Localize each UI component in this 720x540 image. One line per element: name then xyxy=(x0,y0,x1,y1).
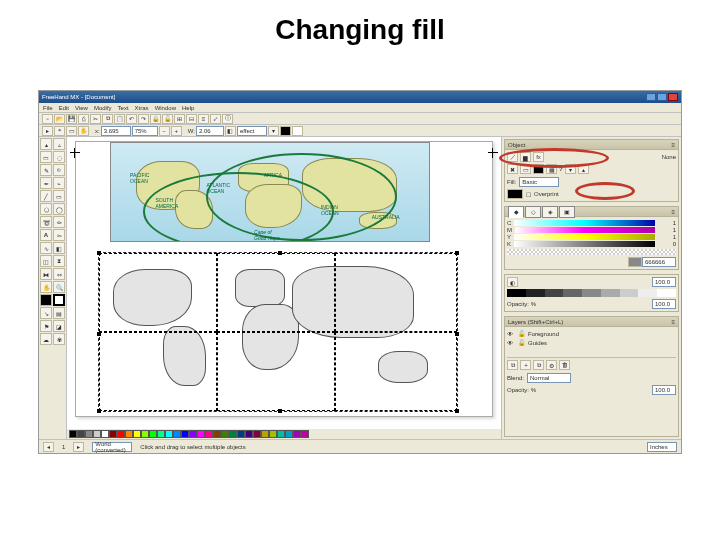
perspective-tool[interactable]: ◫ xyxy=(40,255,52,267)
layer-new-button[interactable]: ＋ xyxy=(520,360,531,370)
move-down-button[interactable]: ▾ xyxy=(565,164,576,174)
rect-tool[interactable]: ▭ xyxy=(53,190,65,202)
palette-swatch[interactable] xyxy=(133,430,141,438)
selection-handle[interactable] xyxy=(97,251,101,255)
subselect-tool[interactable]: ▵ xyxy=(53,138,65,150)
swatch-b-icon[interactable] xyxy=(292,126,303,136)
palette-swatch[interactable] xyxy=(125,430,133,438)
hex-input[interactable]: 666666 xyxy=(642,257,676,267)
line-tool[interactable]: ╱ xyxy=(40,190,52,202)
palette-swatch[interactable] xyxy=(261,430,269,438)
extrude-tool[interactable]: ◪ xyxy=(53,320,65,332)
selection-handle[interactable] xyxy=(278,409,282,413)
question-icon[interactable]: ? xyxy=(559,166,563,172)
menu-file[interactable]: File xyxy=(43,105,53,111)
open-button[interactable]: 📂 xyxy=(54,114,65,124)
mixer-tab-hls[interactable]: ◈ xyxy=(542,206,558,218)
layer-options-button[interactable]: ⚙ xyxy=(546,360,557,370)
menu-window[interactable]: Window xyxy=(155,105,176,111)
cut-button[interactable]: ✂ xyxy=(90,114,101,124)
palette-swatch[interactable] xyxy=(285,430,293,438)
y-value[interactable]: 1 xyxy=(658,234,676,240)
palette-swatch[interactable] xyxy=(253,430,261,438)
fill-color-swatch[interactable] xyxy=(507,189,523,199)
k-value[interactable]: 0 xyxy=(658,241,676,247)
lock-icon[interactable]: 🔓 xyxy=(518,339,525,346)
menu-edit[interactable]: Edit xyxy=(59,105,69,111)
mixer-tab-cmyk[interactable]: ◆ xyxy=(508,206,524,218)
lock-icon[interactable]: 🔓 xyxy=(518,330,525,337)
knife-tool[interactable]: ✂ xyxy=(53,229,65,241)
palette-swatch[interactable] xyxy=(189,430,197,438)
layer-opacity-value[interactable]: 100.0 xyxy=(652,385,676,395)
window-close-button[interactable] xyxy=(668,93,678,101)
undo-button[interactable]: ↶ xyxy=(126,114,137,124)
units-select[interactable]: Inches xyxy=(647,442,677,452)
opacity-value[interactable]: 100.0 xyxy=(652,299,676,309)
hand-icon[interactable]: ✋ xyxy=(78,126,89,136)
selection-handle[interactable] xyxy=(455,251,459,255)
add-effect-button[interactable]: fx xyxy=(533,152,544,162)
m-slider[interactable] xyxy=(515,227,655,233)
panel-menu-icon[interactable]: ≡ xyxy=(671,209,675,215)
palette-swatch[interactable] xyxy=(157,430,165,438)
stroke-swatch[interactable] xyxy=(53,294,65,306)
tint-strip[interactable] xyxy=(507,289,676,297)
page-icon[interactable]: ▭ xyxy=(66,126,77,136)
palette-swatch[interactable] xyxy=(197,430,205,438)
c-slider[interactable] xyxy=(514,220,655,226)
zoom-out-button[interactable]: − xyxy=(159,126,170,136)
palette-swatch[interactable] xyxy=(181,430,189,438)
layer-row[interactable]: 👁 🔓 Foreground xyxy=(507,329,676,338)
zoom-in-button[interactable]: + xyxy=(171,126,182,136)
page-nav-next[interactable]: ▸ xyxy=(73,442,84,452)
m-value[interactable]: 1 xyxy=(658,227,676,233)
lasso-tool[interactable]: ◌ xyxy=(53,151,65,163)
c-value[interactable]: 1 xyxy=(658,220,676,226)
misc-icon[interactable]: ◧ xyxy=(225,126,236,136)
palette-swatch[interactable] xyxy=(85,430,93,438)
visibility-icon[interactable]: 👁 xyxy=(507,331,515,337)
trace-tool[interactable]: ⧗ xyxy=(53,255,65,267)
fill-type-select[interactable]: Basic xyxy=(519,177,559,187)
ungroup-button[interactable]: ⊟ xyxy=(186,114,197,124)
redo-button[interactable]: ↷ xyxy=(138,114,149,124)
palette-swatch[interactable] xyxy=(205,430,213,438)
palette-swatch[interactable] xyxy=(237,430,245,438)
menu-modify[interactable]: Modify xyxy=(94,105,112,111)
w-input[interactable]: 2.06 xyxy=(196,126,224,136)
add-fill-button[interactable]: ▆ xyxy=(520,152,531,162)
selection-handle[interactable] xyxy=(455,409,459,413)
effect-input[interactable]: effect xyxy=(237,126,267,136)
menu-xtras[interactable]: Xtras xyxy=(135,105,149,111)
info-button[interactable]: ⓘ xyxy=(222,114,233,124)
output-tool[interactable]: ⎋ xyxy=(53,164,65,176)
palette-swatch[interactable] xyxy=(229,430,237,438)
menu-text[interactable]: Text xyxy=(118,105,129,111)
pointer-tool[interactable]: ▴ xyxy=(40,138,52,150)
palette-swatch[interactable] xyxy=(245,430,253,438)
menu-help[interactable]: Help xyxy=(182,105,194,111)
ellipse-tool[interactable]: ◯ xyxy=(53,203,65,215)
blend-tool[interactable]: ⧓ xyxy=(40,268,52,280)
selection-handle[interactable] xyxy=(97,332,101,336)
palette-swatch[interactable] xyxy=(69,430,77,438)
mirror-tool[interactable]: ⇔ xyxy=(53,268,65,280)
panel-menu-icon[interactable]: ≡ xyxy=(671,142,675,148)
mixer-tab-system[interactable]: ▣ xyxy=(559,206,575,218)
group-button[interactable]: ⊞ xyxy=(174,114,185,124)
hand-tool[interactable]: ✋ xyxy=(40,281,52,293)
selection-name[interactable]: World (converted) xyxy=(92,442,132,452)
palette-swatch[interactable] xyxy=(293,430,301,438)
x-input[interactable]: 3.695 xyxy=(101,126,131,136)
window-maximize-button[interactable] xyxy=(657,93,667,101)
lock-button[interactable]: 🔒 xyxy=(150,114,161,124)
page-nav-prev[interactable]: ◂ xyxy=(43,442,54,452)
effect-add-button[interactable]: ▾ xyxy=(268,126,279,136)
page-tool[interactable]: ▭ xyxy=(40,151,52,163)
layer-row[interactable]: 👁 🔓 Guides xyxy=(507,338,676,347)
new-button[interactable]: ▫ xyxy=(42,114,53,124)
overprint-checkbox[interactable]: ☐ xyxy=(526,191,531,198)
palette-swatch[interactable] xyxy=(213,430,221,438)
palette-swatch[interactable] xyxy=(141,430,149,438)
